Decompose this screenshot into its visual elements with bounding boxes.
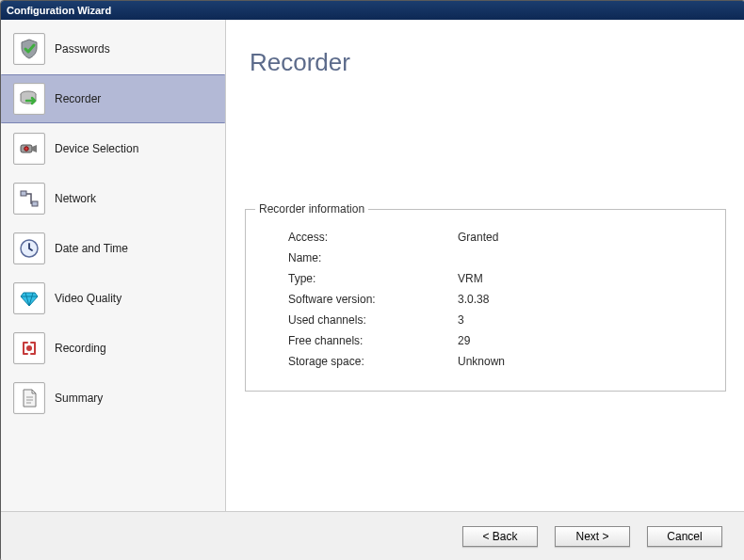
back-button[interactable]: < Back bbox=[462, 526, 538, 547]
info-label: Free channels: bbox=[269, 330, 458, 351]
info-value: Granted bbox=[458, 227, 702, 248]
info-label: Storage space: bbox=[269, 351, 458, 372]
svg-rect-4 bbox=[32, 201, 38, 206]
sidebar-item-summary[interactable]: Summary bbox=[1, 374, 225, 423]
info-row: Software version: 3.0.38 bbox=[269, 289, 702, 310]
info-label: Type: bbox=[269, 268, 458, 289]
sidebar-item-passwords[interactable]: Passwords bbox=[1, 24, 225, 73]
sidebar-item-recorder[interactable]: Recorder bbox=[1, 74, 225, 123]
button-bar: < Back Next > Cancel bbox=[1, 511, 744, 560]
document-icon bbox=[13, 382, 45, 414]
gem-icon bbox=[13, 282, 45, 314]
sidebar-item-network[interactable]: Network bbox=[1, 174, 225, 223]
info-value: 3.0.38 bbox=[458, 289, 702, 310]
sidebar-item-date-time[interactable]: Date and Time bbox=[1, 224, 225, 273]
content-area: Recorder Recorder information Access: Gr… bbox=[226, 20, 744, 511]
sidebar-item-recording[interactable]: Recording bbox=[1, 324, 225, 373]
info-value: VRM bbox=[458, 268, 702, 289]
info-row: Name: bbox=[269, 248, 702, 268]
info-label: Name: bbox=[269, 248, 458, 268]
sidebar-item-label: Summary bbox=[55, 392, 103, 405]
page-title: Recorder bbox=[250, 48, 744, 77]
sidebar-item-label: Date and Time bbox=[55, 242, 128, 255]
sidebar-item-label: Network bbox=[55, 192, 96, 205]
database-arrow-icon bbox=[13, 83, 45, 115]
camera-icon bbox=[13, 133, 45, 165]
svg-point-6 bbox=[26, 345, 32, 351]
info-value: Unknown bbox=[458, 351, 702, 372]
sidebar-item-label: Recording bbox=[55, 342, 106, 355]
info-row: Free channels: 29 bbox=[269, 330, 702, 351]
info-label: Access: bbox=[269, 227, 458, 248]
sidebar-item-label: Recorder bbox=[55, 92, 101, 105]
info-row: Type: VRM bbox=[269, 268, 702, 289]
recorder-info-group: Recorder information Access: Granted Nam… bbox=[245, 209, 726, 392]
shield-check-icon bbox=[13, 33, 45, 65]
info-label: Used channels: bbox=[269, 310, 458, 330]
svg-rect-3 bbox=[21, 191, 26, 196]
svg-point-2 bbox=[24, 147, 28, 151]
clock-icon bbox=[13, 232, 45, 264]
info-label: Software version: bbox=[269, 289, 458, 310]
group-title: Recorder information bbox=[255, 202, 368, 216]
cancel-button[interactable]: Cancel bbox=[647, 526, 722, 547]
info-row: Access: Granted bbox=[269, 227, 702, 248]
sidebar-item-video-quality[interactable]: Video Quality bbox=[1, 274, 225, 323]
info-row: Used channels: 3 bbox=[269, 310, 702, 330]
sidebar-item-label: Video Quality bbox=[55, 292, 121, 305]
sidebar: Passwords Recorder bbox=[1, 20, 226, 511]
record-icon bbox=[13, 332, 45, 364]
info-row: Storage space: Unknown bbox=[269, 351, 702, 372]
body: Passwords Recorder bbox=[1, 20, 744, 511]
sidebar-item-device-selection[interactable]: Device Selection bbox=[1, 124, 225, 173]
window-title: Configuration Wizard bbox=[1, 1, 744, 20]
info-value: 29 bbox=[458, 330, 702, 351]
info-value: 3 bbox=[458, 310, 702, 330]
info-value bbox=[458, 248, 702, 268]
sidebar-item-label: Device Selection bbox=[55, 142, 138, 155]
sidebar-item-label: Passwords bbox=[55, 42, 110, 56]
next-button[interactable]: Next > bbox=[555, 526, 630, 547]
window: Configuration Wizard Passwords bbox=[0, 0, 744, 560]
network-icon bbox=[13, 183, 45, 215]
